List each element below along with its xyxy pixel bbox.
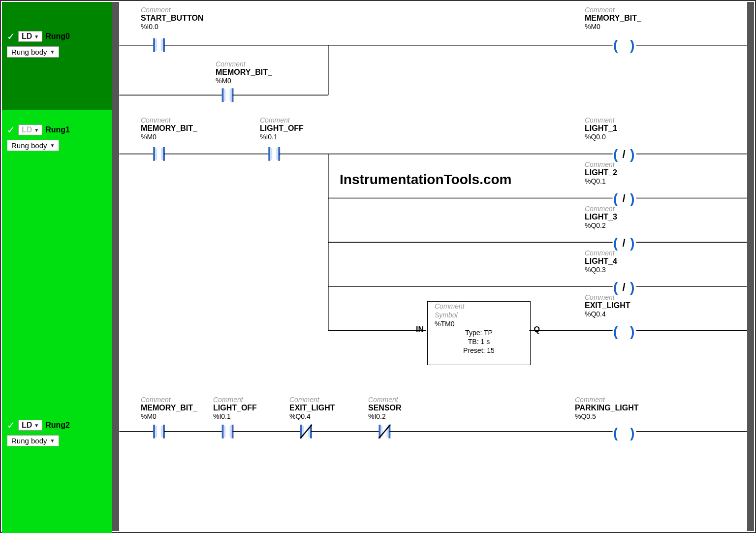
coil-open-icon: ( ) xyxy=(613,324,636,340)
rung-name-label: Rung2 xyxy=(45,421,70,430)
chevron-down-icon: ▼ xyxy=(34,423,39,428)
contact-light-off[interactable]: Comment LIGHT_OFF %I0.1 xyxy=(260,116,304,141)
check-icon: ✓ xyxy=(7,124,15,136)
right-power-rail xyxy=(747,2,754,531)
rung-body-label: Rung body xyxy=(11,141,47,150)
timer-symbol-label: Symbol xyxy=(428,311,530,319)
timer-block[interactable]: IN Q Comment Symbol %TM0 Type: TP TB: 1 … xyxy=(427,301,531,365)
coil-light-1[interactable]: Comment LIGHT_1 %Q0.0 xyxy=(585,116,617,141)
timer-q-port: Q xyxy=(534,325,540,334)
watermark-text: InstrumentationTools.com xyxy=(340,172,512,188)
contact-start-button[interactable]: Comment START_BUTTON %I0.0 xyxy=(141,6,203,31)
ladder-wires xyxy=(112,2,754,531)
language-dropdown[interactable]: LD ▼ xyxy=(18,420,42,431)
ladder-editor[interactable]: Comment START_BUTTON %I0.0 Comment MEMOR… xyxy=(112,2,754,531)
contact-light-off-r2[interactable]: Comment LIGHT_OFF %I0.1 xyxy=(213,396,257,420)
coil-light-4[interactable]: Comment LIGHT_4 %Q0.3 xyxy=(585,249,617,274)
coil-open-icon: ( ) xyxy=(613,425,636,441)
language-dropdown[interactable]: LD ▼ xyxy=(18,125,42,135)
language-dropdown-label: LD xyxy=(22,125,32,134)
check-icon: ✓ xyxy=(7,31,15,42)
timer-preset: Preset: 15 xyxy=(428,346,530,355)
chevron-down-icon: ▼ xyxy=(34,127,39,133)
check-icon: ✓ xyxy=(7,419,15,431)
rung-body-dropdown[interactable]: Rung body ▼ xyxy=(7,140,59,151)
coil-parking-light[interactable]: Comment PARKING_LIGHT %Q0.5 xyxy=(575,396,638,420)
contact-memory-bit-r2[interactable]: Comment MEMORY_BIT_ %M0 xyxy=(141,396,197,420)
left-power-rail xyxy=(112,2,119,531)
language-dropdown[interactable]: LD ▼ xyxy=(18,31,42,42)
rung-body-label: Rung body xyxy=(11,437,47,445)
contact-sensor-r2[interactable]: Comment SENSOR %I0.2 xyxy=(368,396,402,420)
chevron-down-icon: ▼ xyxy=(50,49,55,55)
app-frame: ✓ LD ▼ Rung0 Rung body ▼ ✓ LD ▼ Rung1 xyxy=(0,0,756,533)
rung-body-label: Rung body xyxy=(11,48,47,56)
rung-name-label: Rung1 xyxy=(45,125,70,134)
coil-light-2[interactable]: Comment LIGHT_2 %Q0.1 xyxy=(585,160,617,185)
timer-address: %TM0 xyxy=(428,319,530,328)
coil-memory-bit[interactable]: Comment MEMORY_BIT_ %M0 xyxy=(585,6,641,31)
rung-panel-2[interactable]: ✓ LD ▼ Rung2 Rung body ▼ xyxy=(2,406,112,533)
contact-memory-bit[interactable]: Comment MEMORY_BIT_ %M0 xyxy=(141,116,197,141)
coil-light-3[interactable]: Comment LIGHT_3 %Q0.2 xyxy=(585,205,617,229)
timer-comment: Comment xyxy=(428,302,530,311)
rung-body-dropdown[interactable]: Rung body ▼ xyxy=(7,435,59,446)
chevron-down-icon: ▼ xyxy=(50,143,55,148)
language-dropdown-label: LD xyxy=(22,421,32,430)
contact-memory-bit-branch[interactable]: Comment MEMORY_BIT_ %M0 xyxy=(216,60,272,85)
chevron-down-icon: ▼ xyxy=(34,34,39,39)
timer-type: Type: TP xyxy=(428,328,530,337)
rung-sidebar: ✓ LD ▼ Rung0 Rung body ▼ ✓ LD ▼ Rung1 xyxy=(2,2,112,533)
rung-panel-0[interactable]: ✓ LD ▼ Rung0 Rung body ▼ xyxy=(2,2,112,110)
rung-name-label: Rung0 xyxy=(45,32,70,41)
rung-body-dropdown[interactable]: Rung body ▼ xyxy=(7,46,59,58)
coil-exit-light[interactable]: Comment EXIT_LIGHT %Q0.4 xyxy=(585,293,630,318)
timer-in-port: IN xyxy=(416,325,424,334)
rung-panel-1[interactable]: ✓ LD ▼ Rung1 Rung body ▼ xyxy=(2,110,112,406)
timer-timebase: TB: 1 s xyxy=(428,337,530,346)
contact-exit-light-r2[interactable]: Comment EXIT_LIGHT %Q0.4 xyxy=(289,396,335,420)
chevron-down-icon: ▼ xyxy=(50,438,55,443)
language-dropdown-label: LD xyxy=(22,32,32,41)
coil-open-icon: ( ) xyxy=(613,37,636,53)
